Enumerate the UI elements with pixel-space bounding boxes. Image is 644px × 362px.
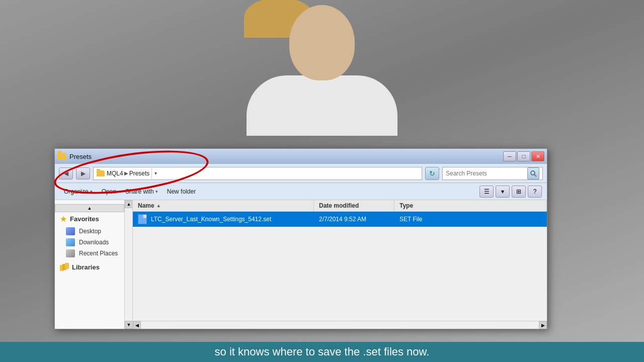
date-col-label: Date modified [319, 202, 359, 209]
type-col-label: Type [399, 202, 413, 209]
search-button[interactable] [527, 167, 539, 179]
organize-arrow: ▾ [90, 189, 93, 194]
sidebar-scroll-up[interactable]: ▲ [55, 204, 124, 212]
file-cell-type: SET File [394, 213, 547, 225]
view-dropdown-button[interactable]: ▾ [496, 186, 510, 198]
new-folder-button[interactable]: New folder [163, 187, 200, 197]
view-list-button[interactable]: ☰ [479, 186, 494, 198]
column-header-date[interactable]: Date modified [314, 200, 394, 211]
path-part-mql4: MQL4 [107, 170, 123, 177]
main-content: ▲ ★ Favorites Desktop Down [55, 200, 547, 329]
h-scroll-left-btn[interactable]: ◀ [133, 321, 141, 329]
column-header-name[interactable]: Name ▲ [133, 200, 314, 211]
horizontal-scrollbar: ◀ ▶ [133, 321, 547, 329]
column-header-type[interactable]: Type [394, 200, 547, 211]
share-with-button[interactable]: Share with ▾ [121, 187, 162, 197]
title-bar: Presets ─ □ ✕ [55, 149, 547, 164]
open-button[interactable]: Open [98, 187, 120, 197]
file-cell-name: LTC_Server_Last_Known_Settings_5412.set [133, 212, 314, 227]
sidebar: ▲ ★ Favorites Desktop Down [55, 200, 133, 329]
nav-bar: ◀ ▶ MQL4 ▶ Presets ▾ ↻ [55, 164, 547, 183]
downloads-label: Downloads [79, 239, 109, 246]
refresh-button[interactable]: ↻ [425, 167, 439, 180]
person [247, 5, 397, 136]
maximize-button[interactable]: □ [517, 151, 530, 161]
recent-places-icon [66, 249, 75, 257]
search-bar[interactable] [442, 167, 543, 180]
address-bar[interactable]: MQL4 ▶ Presets ▾ [93, 167, 422, 180]
toolbar-right: ☰ ▾ ⊞ ? [479, 186, 542, 198]
person-body [247, 75, 397, 136]
explorer-window: Presets ─ □ ✕ ◀ ▶ MQL4 ▶ Presets ▾ ↻ [54, 148, 547, 329]
sidebar-item-recent-places[interactable]: Recent Places [55, 248, 124, 259]
file-row[interactable]: LTC_Server_Last_Known_Settings_5412.set … [133, 212, 547, 227]
title-folder-icon [57, 153, 66, 160]
file-cell-date: 2/7/2014 9:52 AM [314, 213, 394, 225]
sidebar-scroll-down-btn[interactable]: ▼ [125, 321, 132, 329]
file-icon [138, 214, 147, 224]
sidebar-libraries-section: Libraries [55, 261, 124, 273]
favorites-label: Favorites [70, 215, 99, 223]
sidebar-favorites-section: ★ Favorites Desktop Downloads [55, 212, 124, 259]
desktop-icon [66, 227, 75, 235]
subtitle-text: so it knows where to save the .set files… [215, 345, 430, 358]
sidebar-item-downloads[interactable]: Downloads [55, 237, 124, 248]
help-button[interactable]: ? [528, 186, 542, 198]
svg-point-0 [531, 171, 535, 175]
sidebar-scrollbar: ▲ ▼ [124, 200, 132, 329]
recent-places-label: Recent Places [79, 250, 118, 257]
sidebar-scroll-area: ▲ ★ Favorites Desktop Down [55, 200, 132, 329]
libraries-icon [60, 263, 69, 271]
back-button[interactable]: ◀ [59, 167, 73, 179]
file-list-header: Name ▲ Date modified Type [133, 200, 547, 212]
window-title: Presets [69, 153, 92, 160]
file-date: 2/7/2014 9:52 AM [319, 216, 366, 223]
new-folder-label: New folder [167, 188, 196, 195]
share-with-label: Share with [125, 188, 154, 195]
organize-button[interactable]: Organize ▾ [60, 187, 97, 197]
path-part-presets: Presets [129, 170, 150, 177]
svg-rect-4 [65, 263, 69, 269]
search-input[interactable] [446, 170, 527, 177]
sort-arrow: ▲ [156, 203, 161, 208]
person-head [289, 5, 355, 80]
title-bar-left: Presets [57, 153, 92, 160]
h-scroll-track [141, 321, 539, 329]
share-arrow: ▾ [155, 189, 158, 194]
favorites-star-icon: ★ [60, 214, 67, 224]
sidebar-item-desktop[interactable]: Desktop [55, 226, 124, 237]
organize-label: Organize [64, 188, 89, 195]
title-bar-controls: ─ □ ✕ [503, 151, 544, 161]
toolbar: Organize ▾ Open Share with ▾ New folder … [55, 183, 547, 200]
minimize-button[interactable]: ─ [503, 151, 516, 161]
file-list-container: Name ▲ Date modified Type LTC_Server_Las… [133, 200, 547, 329]
sidebar-libraries-header: Libraries [55, 261, 124, 273]
sidebar-scroll-track [125, 208, 132, 321]
address-path: MQL4 ▶ Presets [107, 170, 149, 177]
file-name: LTC_Server_Last_Known_Settings_5412.set [151, 216, 271, 223]
svg-line-1 [534, 174, 536, 176]
view-details-button[interactable]: ⊞ [512, 186, 526, 198]
subtitle-bar: so it knows where to save the .set files… [0, 342, 644, 362]
open-label: Open [102, 188, 116, 195]
downloads-icon [66, 238, 75, 246]
sidebar-inner: ▲ ★ Favorites Desktop Down [55, 200, 124, 329]
forward-button[interactable]: ▶ [76, 167, 90, 179]
libraries-label: Libraries [72, 263, 100, 271]
address-folder-icon [97, 170, 105, 176]
search-icon [530, 170, 537, 177]
path-arrow-1: ▶ [124, 170, 128, 176]
close-button[interactable]: ✕ [531, 151, 544, 161]
address-dropdown-button[interactable]: ▾ [151, 167, 159, 180]
file-list-scroll: Name ▲ Date modified Type LTC_Server_Las… [133, 200, 547, 321]
h-scroll-right-btn[interactable]: ▶ [539, 321, 547, 329]
file-type: SET File [399, 216, 423, 223]
desktop-label: Desktop [79, 228, 101, 235]
sidebar-favorites-header: ★ Favorites [55, 212, 124, 226]
name-col-label: Name [138, 202, 154, 209]
sidebar-scroll-up-btn[interactable]: ▲ [125, 200, 132, 208]
